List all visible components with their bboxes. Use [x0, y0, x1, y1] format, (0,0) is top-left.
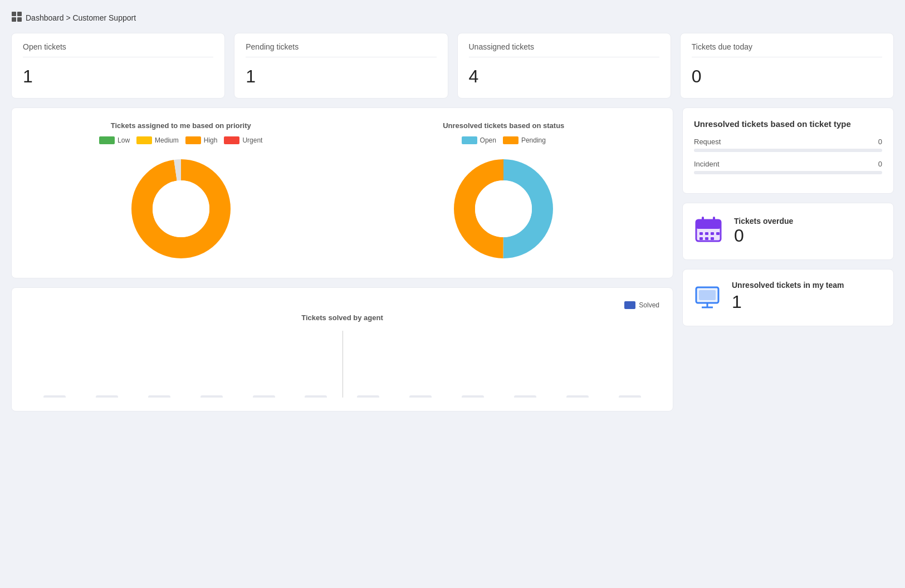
legend-urgent-label: Urgent: [242, 136, 262, 144]
bar-col-6: [305, 395, 327, 398]
ticket-types-title: Unresolved tickets based on ticket type: [694, 119, 882, 129]
ticket-type-request-header: Request 0: [694, 138, 882, 146]
overdue-info: Tickets overdue 0: [734, 217, 793, 246]
ticket-type-incident-bar-bg: [694, 171, 882, 174]
ticket-type-request-label: Request: [694, 138, 721, 146]
dashboard-icon: [11, 11, 22, 24]
svg-point-6: [153, 180, 209, 237]
stat-unassigned-title: Unassigned tickets: [469, 42, 659, 57]
stat-card-unassigned: Unassigned tickets 4: [457, 33, 671, 99]
legend-pending-color: [503, 136, 518, 144]
solved-legend-label: Solved: [639, 301, 659, 309]
right-column: Unresolved tickets based on ticket type …: [682, 107, 894, 411]
bar-7: [357, 395, 379, 398]
legend-open-color: [462, 136, 477, 144]
team-label: Unresolved tickets in my team: [732, 281, 844, 290]
svg-rect-14: [713, 217, 715, 223]
bar-10: [514, 395, 536, 398]
monitor-icon: [694, 283, 721, 315]
svg-rect-26: [699, 290, 716, 300]
bar-5: [253, 395, 275, 398]
stat-card-open: Open tickets 1: [11, 33, 225, 99]
bar-col-3: [148, 395, 170, 398]
bar-col-11: [566, 395, 589, 398]
svg-rect-21: [716, 232, 720, 235]
ticket-type-request: Request 0: [694, 138, 882, 152]
ticket-type-incident-header: Incident 0: [694, 160, 882, 168]
overdue-label: Tickets overdue: [734, 217, 793, 226]
legend-open-label: Open: [480, 136, 496, 144]
ticket-types-card: Unresolved tickets based on ticket type …: [682, 107, 894, 194]
bar-col-4: [200, 395, 223, 398]
legend-medium: Medium: [136, 136, 179, 144]
ticket-type-incident-value: 0: [878, 160, 882, 168]
bar-col-5: [253, 395, 275, 398]
status-chart-section: Unresolved tickets based on status Open …: [348, 121, 660, 264]
bar-col-10: [514, 395, 536, 398]
legend-high-color: [185, 136, 201, 144]
legend-urgent-color: [224, 136, 239, 144]
bar-col-8: [409, 395, 432, 398]
team-value: 1: [732, 292, 844, 312]
bar-9: [462, 395, 484, 398]
breadcrumb: Dashboard > Customer Support: [11, 11, 894, 24]
bar-col-12: [619, 395, 641, 398]
bar-col-1: [43, 395, 66, 398]
legend-low-label: Low: [118, 136, 130, 144]
svg-rect-17: [711, 232, 714, 235]
bar-chart-divider: [343, 331, 343, 398]
stat-pending-title: Pending tickets: [246, 42, 436, 57]
breadcrumb-text: Dashboard > Customer Support: [26, 13, 136, 22]
solved-legend-color: [624, 301, 635, 309]
svg-rect-18: [699, 237, 703, 240]
solved-card: Solved Tickets solved by agent: [11, 287, 673, 411]
svg-rect-13: [702, 217, 704, 223]
legend-low-color: [99, 136, 115, 144]
stat-unassigned-value: 4: [469, 66, 659, 87]
stat-pending-value: 1: [246, 66, 436, 87]
legend-pending-label: Pending: [521, 136, 546, 144]
legend-low: Low: [99, 136, 130, 144]
overdue-card: Tickets overdue 0: [682, 203, 894, 260]
svg-rect-2: [12, 17, 16, 22]
bar-12: [619, 395, 641, 398]
priority-chart-legend: Low Medium High Urgent: [99, 136, 262, 144]
svg-rect-12: [696, 220, 721, 229]
bar-col-9: [462, 395, 484, 398]
left-column: Tickets assigned to me based on priority…: [11, 107, 673, 411]
bar-2: [96, 395, 118, 398]
bar-8: [409, 395, 432, 398]
legend-medium-label: Medium: [155, 136, 179, 144]
legend-urgent: Urgent: [224, 136, 262, 144]
solved-chart-title: Tickets solved by agent: [25, 313, 659, 322]
bar-col-7: [357, 395, 379, 398]
stat-card-pending: Pending tickets 1: [234, 33, 448, 99]
stats-row: Open tickets 1 Pending tickets 1 Unassig…: [11, 33, 894, 99]
svg-rect-0: [12, 12, 16, 16]
status-donut: [448, 153, 559, 264]
bar-chart-wrapper: [25, 331, 659, 398]
calendar-icon: [694, 214, 723, 248]
ticket-type-request-bar-bg: [694, 149, 882, 152]
bar-4: [200, 395, 223, 398]
main-grid: Tickets assigned to me based on priority…: [11, 107, 894, 411]
svg-rect-15: [699, 232, 703, 235]
priority-chart-title: Tickets assigned to me based on priority: [111, 121, 251, 130]
team-card: Unresolved tickets in my team 1: [682, 269, 894, 326]
legend-pending: Pending: [503, 136, 546, 144]
svg-rect-20: [711, 237, 714, 240]
bar-1: [43, 395, 66, 398]
stat-open-title: Open tickets: [23, 42, 213, 57]
charts-card: Tickets assigned to me based on priority…: [11, 107, 673, 278]
stat-due-title: Tickets due today: [692, 42, 882, 57]
team-info: Unresolved tickets in my team 1: [732, 281, 844, 312]
ticket-type-incident-label: Incident: [694, 160, 720, 168]
svg-rect-3: [17, 17, 22, 22]
svg-rect-19: [705, 237, 708, 240]
legend-medium-color: [136, 136, 152, 144]
ticket-type-request-value: 0: [878, 138, 882, 146]
status-chart-title: Unresolved tickets based on status: [443, 121, 564, 130]
stat-card-due: Tickets due today 0: [680, 33, 894, 99]
overdue-value: 0: [734, 226, 793, 246]
legend-high-label: High: [204, 136, 218, 144]
